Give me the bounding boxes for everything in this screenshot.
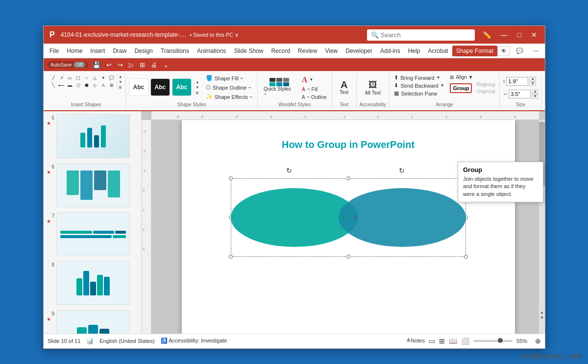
- shape-t6[interactable]: ◇: [91, 82, 99, 89]
- style-box-white[interactable]: Abc: [129, 78, 148, 96]
- style-scroll-up[interactable]: ▲: [195, 79, 200, 85]
- shape-oval[interactable]: ○: [83, 74, 91, 81]
- ungroup-button[interactable]: Ungroup: [475, 88, 496, 95]
- shape-t7[interactable]: A: [99, 82, 107, 89]
- width-input[interactable]: [509, 90, 531, 98]
- present-button[interactable]: ▷: [127, 60, 135, 70]
- text-fill-button[interactable]: A~ Fill: [300, 86, 329, 93]
- menu-shape-format[interactable]: Shape Format: [452, 46, 497, 56]
- slide-count-icon[interactable]: 📊: [86, 338, 94, 344]
- send-backward-dropdown[interactable]: ▼: [441, 83, 444, 88]
- save-button[interactable]: 💾: [91, 60, 102, 70]
- shape-tri[interactable]: △: [91, 74, 99, 81]
- scroll-up-btn[interactable]: ▲: [540, 310, 544, 315]
- width-up[interactable]: ▲: [532, 89, 539, 94]
- close-button[interactable]: ✕: [527, 30, 541, 40]
- notes-button[interactable]: ≜Notes: [406, 338, 425, 344]
- menu-acrobat[interactable]: Acrobat: [424, 46, 452, 56]
- style-box-teal[interactable]: Abc: [172, 78, 192, 96]
- undo-button[interactable]: ↩: [105, 60, 113, 70]
- menu-record[interactable]: Record: [267, 46, 294, 56]
- shapes-container[interactable]: ↻ ↻: [231, 178, 466, 257]
- shape-round[interactable]: ▢: [74, 74, 82, 81]
- qa-customize[interactable]: ⌄: [162, 60, 170, 70]
- rotate-handle-left[interactable]: ↻: [286, 167, 293, 173]
- shapes-scroll-expand[interactable]: ⊞: [118, 85, 122, 90]
- menu-view[interactable]: View: [321, 46, 342, 56]
- bring-forward-button[interactable]: ⬆ Bring Forward ▼: [392, 74, 446, 81]
- connector-dot-2[interactable]: [353, 216, 357, 219]
- regroup-button[interactable]: Regroup: [475, 81, 496, 88]
- shape-t8[interactable]: ⊞: [108, 82, 116, 89]
- zoom-thumb[interactable]: [498, 338, 503, 343]
- width-down[interactable]: ▼: [532, 94, 539, 99]
- shape-t1[interactable]: ╲: [49, 82, 57, 89]
- height-input[interactable]: [506, 77, 528, 86]
- slide-sorter-icon[interactable]: ⊞: [439, 337, 445, 345]
- slide-thumb-6[interactable]: 6 ★: [46, 162, 139, 208]
- slide-thumb-7[interactable]: 7 ★: [46, 211, 139, 257]
- fit-screen-icon[interactable]: ⊕: [535, 337, 541, 345]
- menu-draw[interactable]: Draw: [109, 46, 130, 56]
- style-scroll-down[interactable]: ▼: [195, 85, 200, 90]
- shape-fill-button[interactable]: 🪣 Shape Fill ~: [204, 74, 255, 82]
- accessibility-label[interactable]: ♿ Accessibility: Investigate: [161, 338, 227, 344]
- shapes-scroll-up[interactable]: ▲: [118, 74, 123, 79]
- shape-line[interactable]: ╱: [49, 74, 57, 81]
- menu-review[interactable]: Review: [294, 46, 321, 56]
- canvas-scrollbar-v[interactable]: ▲ ▼: [539, 120, 545, 334]
- bring-forward-dropdown[interactable]: ▼: [437, 75, 441, 80]
- ellipse-right[interactable]: [339, 188, 466, 247]
- height-up[interactable]: ▲: [529, 76, 536, 81]
- qa-print[interactable]: 🖨: [149, 60, 159, 70]
- shape-t3[interactable]: ▬: [66, 82, 74, 89]
- shapes-scroll-down[interactable]: ▼: [118, 79, 123, 85]
- menu-design[interactable]: Design: [130, 46, 156, 56]
- shape-t2[interactable]: ⟵: [58, 82, 66, 89]
- handle-bl[interactable]: [229, 255, 233, 259]
- scroll-down-btn[interactable]: ▼: [540, 315, 544, 320]
- menu-help[interactable]: Help: [404, 46, 424, 56]
- handle-bm[interactable]: [346, 255, 350, 259]
- group-button[interactable]: Group: [450, 83, 472, 93]
- presenter-icon[interactable]: ⬜: [461, 337, 469, 345]
- qa-more[interactable]: ⊞: [138, 60, 147, 70]
- redo-button[interactable]: ↪: [116, 60, 124, 70]
- alt-text-button[interactable]: 🖼 Alt Text: [363, 74, 383, 101]
- connector-dot-1[interactable]: [343, 216, 347, 219]
- handle-tm[interactable]: [346, 176, 350, 180]
- shape-effects-button[interactable]: ✨ Shape Effects ~: [204, 93, 255, 101]
- shape-t4[interactable]: ⬡: [74, 82, 82, 89]
- menu-developer[interactable]: Developer: [342, 46, 376, 56]
- style-box-dark[interactable]: Abc: [150, 78, 170, 96]
- menu-animations[interactable]: Animations: [193, 46, 230, 56]
- shape-rect[interactable]: ▭: [66, 74, 74, 81]
- menu-addins[interactable]: Add-ins: [376, 46, 404, 56]
- handle-br[interactable]: [464, 255, 468, 259]
- menu-slideshow[interactable]: Slide Show: [230, 46, 267, 56]
- search-input[interactable]: [367, 29, 475, 41]
- send-backward-button[interactable]: ⬇ Send Backward ▼: [392, 82, 446, 89]
- normal-view-icon[interactable]: ▭: [429, 337, 435, 345]
- autosave-toggle[interactable]: AutoSave Off: [48, 61, 88, 68]
- more-icon[interactable]: ⋯: [529, 46, 543, 56]
- handle-tl[interactable]: [229, 176, 233, 180]
- style-scroll-expand[interactable]: ⊞: [195, 90, 199, 96]
- align-button[interactable]: ⊞ Align ▼: [448, 74, 475, 80]
- height-down[interactable]: ▼: [529, 81, 536, 86]
- shape-outline-button[interactable]: ⬡ Shape Outline ~: [204, 83, 255, 92]
- shape-star[interactable]: ✦: [99, 74, 107, 81]
- shape-arrow[interactable]: ↗: [58, 74, 66, 81]
- comment-icon[interactable]: 💬: [512, 46, 527, 56]
- selection-pane-button[interactable]: ▦ Selection Pane: [392, 90, 446, 97]
- menu-file[interactable]: File: [46, 46, 63, 56]
- quick-styles-button[interactable]: Quick Styles ~: [261, 77, 298, 98]
- shape-call[interactable]: 💬: [108, 74, 116, 81]
- reading-view-icon[interactable]: 📖: [449, 337, 457, 345]
- menu-transitions[interactable]: Transitions: [157, 46, 193, 56]
- wordart-a-button[interactable]: A ▼: [300, 74, 329, 85]
- shape-t5[interactable]: ⬟: [83, 82, 91, 89]
- menu-insert[interactable]: Insert: [86, 46, 109, 56]
- view-icon[interactable]: 👁: [497, 46, 510, 56]
- slide-thumb-5[interactable]: 5 ★: [46, 113, 139, 159]
